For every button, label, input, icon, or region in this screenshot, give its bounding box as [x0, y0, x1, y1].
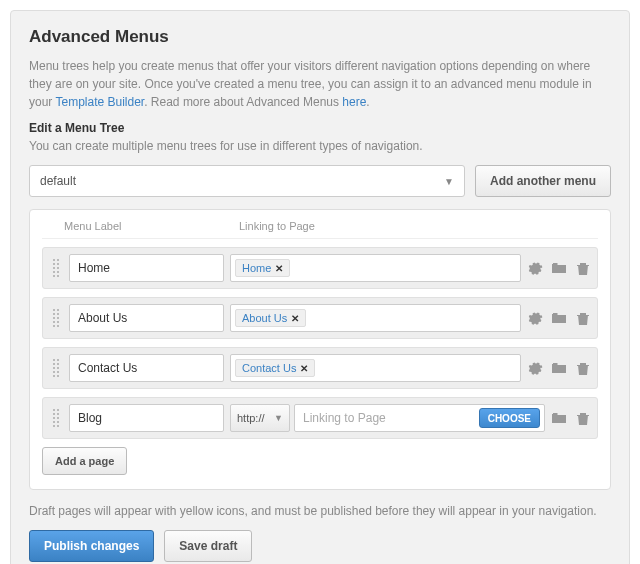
col-linking: Linking to Page: [239, 220, 598, 232]
choose-button[interactable]: CHOOSE: [479, 408, 540, 428]
menu-select[interactable]: default ▼: [29, 165, 465, 197]
menu-select-value: default: [40, 174, 76, 188]
row-actions: [527, 260, 591, 276]
menu-row: About Us ✕: [42, 297, 598, 339]
page-title: Advanced Menus: [29, 27, 611, 47]
menu-row: Contact Us ✕: [42, 347, 598, 389]
gear-icon[interactable]: [527, 260, 543, 276]
advanced-menus-panel: Advanced Menus Menu trees help you creat…: [10, 10, 630, 564]
footer-note: Draft pages will appear with yellow icon…: [29, 502, 611, 520]
menu-label-input[interactable]: [69, 404, 224, 432]
menu-row: Home ✕: [42, 247, 598, 289]
url-input-wrap: CHOOSE: [294, 404, 545, 432]
remove-tag-icon[interactable]: ✕: [275, 263, 283, 274]
add-a-page-button[interactable]: Add a page: [42, 447, 127, 475]
intro-text: Menu trees help you create menus that of…: [29, 57, 611, 111]
url-link-group: http:// ▼ CHOOSE: [230, 404, 545, 432]
folder-icon[interactable]: [551, 360, 567, 376]
page-tag: Contact Us ✕: [235, 359, 315, 377]
folder-icon[interactable]: [551, 310, 567, 326]
chevron-down-icon: ▼: [444, 176, 454, 187]
page-tag-label: About Us: [242, 312, 287, 324]
drag-handle-icon[interactable]: [49, 257, 63, 279]
trash-icon[interactable]: [575, 260, 591, 276]
gear-icon[interactable]: [527, 360, 543, 376]
action-row: Publish changes Save draft: [29, 530, 611, 562]
menu-select-row: default ▼ Add another menu: [29, 165, 611, 197]
edit-subtext: You can create multiple menu trees for u…: [29, 137, 611, 155]
page-tag: About Us ✕: [235, 309, 306, 327]
menu-tree-box: Menu Label Linking to Page Home ✕: [29, 209, 611, 490]
row-actions: [551, 410, 591, 426]
menu-label-input[interactable]: [69, 254, 224, 282]
drag-handle-icon[interactable]: [49, 357, 63, 379]
drag-handle-icon[interactable]: [49, 307, 63, 329]
chevron-down-icon: ▼: [274, 413, 283, 423]
linking-to-page-field[interactable]: Home ✕: [230, 254, 521, 282]
page-tag-label: Contact Us: [242, 362, 296, 374]
template-builder-link[interactable]: Template Builder: [55, 95, 144, 109]
row-actions: [527, 310, 591, 326]
gear-icon[interactable]: [527, 310, 543, 326]
page-tag-label: Home: [242, 262, 271, 274]
linking-to-page-field[interactable]: Contact Us ✕: [230, 354, 521, 382]
save-draft-button[interactable]: Save draft: [164, 530, 252, 562]
protocol-value: http://: [237, 412, 265, 424]
remove-tag-icon[interactable]: ✕: [300, 363, 308, 374]
protocol-select[interactable]: http:// ▼: [230, 404, 290, 432]
menu-label-input[interactable]: [69, 354, 224, 382]
folder-icon[interactable]: [551, 260, 567, 276]
help-link[interactable]: here: [342, 95, 366, 109]
linking-to-page-field[interactable]: About Us ✕: [230, 304, 521, 332]
add-another-menu-button[interactable]: Add another menu: [475, 165, 611, 197]
publish-changes-button[interactable]: Publish changes: [29, 530, 154, 562]
page-tag: Home ✕: [235, 259, 290, 277]
intro-text-2: . Read more about Advanced Menus: [144, 95, 342, 109]
trash-icon[interactable]: [575, 310, 591, 326]
edit-heading: Edit a Menu Tree: [29, 121, 611, 135]
trash-icon[interactable]: [575, 360, 591, 376]
column-headers: Menu Label Linking to Page: [42, 220, 598, 239]
intro-text-3: .: [366, 95, 369, 109]
col-menu-label: Menu Label: [64, 220, 239, 232]
drag-handle-icon[interactable]: [49, 407, 63, 429]
trash-icon[interactable]: [575, 410, 591, 426]
folder-icon[interactable]: [551, 410, 567, 426]
menu-row-url: http:// ▼ CHOOSE: [42, 397, 598, 439]
remove-tag-icon[interactable]: ✕: [291, 313, 299, 324]
menu-label-input[interactable]: [69, 304, 224, 332]
row-actions: [527, 360, 591, 376]
url-input[interactable]: [303, 406, 479, 430]
